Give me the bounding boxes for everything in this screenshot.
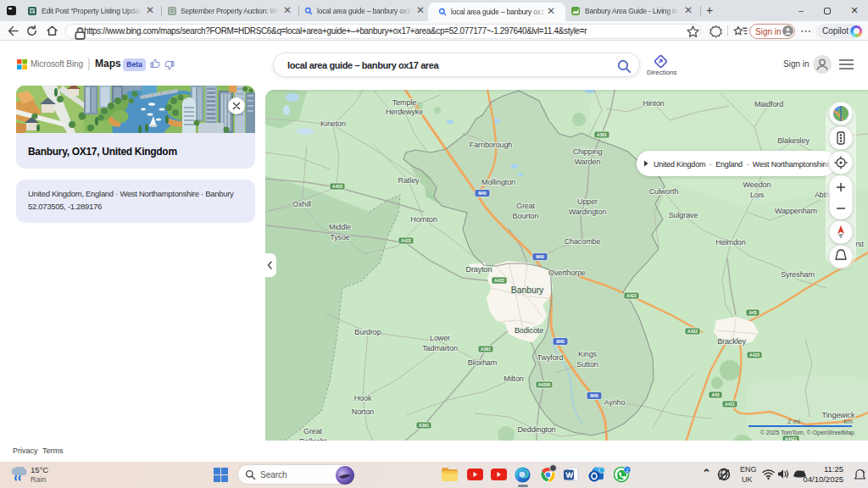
svg-text:Maidford: Maidford [754,100,783,108]
svg-text:A422: A422 [687,329,698,334]
svg-text:A43: A43 [748,310,756,315]
svg-text:Weedon: Weedon [743,180,771,189]
svg-text:A423: A423 [749,352,760,358]
svg-text:Bloxham: Bloxham [468,358,497,367]
svg-text:Farnborough: Farnborough [470,141,513,149]
svg-text:A422: A422 [401,238,411,243]
svg-text:Tysoe: Tysoe [330,233,350,241]
svg-text:Great: Great [303,427,323,435]
svg-text:Kings: Kings [578,350,598,358]
svg-text:km: km [843,418,853,425]
svg-text:Wardington: Wardington [569,208,607,216]
svg-text:Temple: Temple [392,98,417,107]
svg-text:Mollington: Mollington [481,178,515,186]
svg-text:© 2025 TomTom, © OpenStreetMap: © 2025 TomTom, © OpenStreetMap [760,430,854,436]
svg-text:Overthorpe: Overthorpe [548,269,586,277]
svg-text:Chipping: Chipping [573,147,603,156]
svg-text:United Kingdom · England ·: United Kingdom · England · West Northamp… [654,160,829,169]
svg-text:Lois: Lois [750,191,765,199]
svg-text:A423: A423 [332,184,342,189]
svg-text:Tadmarton: Tadmarton [422,344,458,352]
svg-text:A422: A422 [494,278,504,283]
svg-text:rst: rst [855,240,864,248]
svg-text:Bodicote: Bodicote [515,326,543,335]
svg-text:Norton: Norton [352,408,375,416]
svg-text:Chacombe: Chacombe [565,237,601,246]
svg-text:Blakesley: Blakesley [777,136,810,145]
svg-text:M40: M40 [590,393,598,398]
svg-text:2 mi: 2 mi [787,418,800,425]
svg-text:Kineton: Kineton [320,119,346,128]
svg-text:Sulgrave: Sulgrave [669,211,698,219]
svg-text:Herdewyke: Herdewyke [386,108,423,116]
svg-text:A361: A361 [481,347,491,352]
svg-text:Middle: Middle [329,223,351,231]
svg-text:A361: A361 [419,423,429,428]
svg-text:Hook: Hook [354,394,372,402]
svg-text:Warden: Warden [575,158,601,166]
svg-text:Hinton: Hinton [643,99,665,108]
svg-text:Oxhill: Oxhill [292,200,311,208]
svg-text:Syresham: Syresham [781,270,815,279]
svg-text:Milton: Milton [504,374,524,383]
svg-text:A421: A421 [725,402,735,407]
svg-text:Drayton: Drayton [466,265,492,274]
svg-text:Aynho: Aynho [604,398,626,407]
svg-text:Burdrop: Burdrop [354,328,381,336]
svg-text:Deddington: Deddington [517,425,555,434]
svg-text:Brackley: Brackley [717,337,746,346]
svg-text:M40: M40 [478,191,487,196]
svg-text:Wappenham: Wappenham [775,207,817,215]
svg-text:Ratley: Ratley [398,176,420,185]
svg-text:A4260: A4260 [538,382,551,387]
svg-text:Lower: Lower [430,334,450,342]
svg-text:A43: A43 [711,392,719,397]
svg-text:A422: A422 [626,293,637,298]
svg-text:Culworth: Culworth [649,187,679,196]
svg-text:Great: Great [516,202,536,210]
svg-text:Bourton: Bourton [513,212,539,220]
svg-text:Banbury: Banbury [511,285,544,295]
svg-text:Upper: Upper [577,197,598,206]
svg-text:A361: A361 [597,132,607,137]
svg-text:M40: M40 [536,254,544,259]
svg-text:Sutton: Sutton [576,360,598,369]
svg-text:Helmdon: Helmdon [715,238,745,247]
svg-text:M40: M40 [556,339,565,344]
svg-text:Twyford: Twyford [537,353,564,362]
svg-text:Hornton: Hornton [410,215,437,224]
